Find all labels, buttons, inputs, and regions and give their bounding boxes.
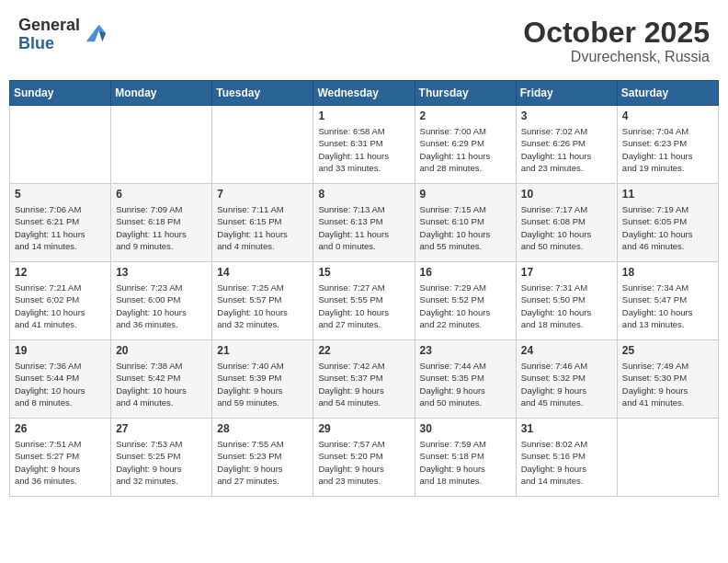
calendar-cell: 22Sunrise: 7:42 AMSunset: 5:37 PMDayligh… [313, 340, 415, 419]
day-number: 23 [420, 344, 511, 357]
day-info: Sunrise: 7:38 AMSunset: 5:42 PMDaylight:… [116, 360, 207, 408]
calendar-cell [111, 106, 212, 184]
day-number: 5 [15, 188, 106, 201]
calendar-cell: 17Sunrise: 7:31 AMSunset: 5:50 PMDayligh… [516, 262, 617, 340]
day-info: Sunrise: 7:40 AMSunset: 5:39 PMDaylight:… [217, 360, 308, 408]
calendar-cell: 4Sunrise: 7:04 AMSunset: 6:23 PMDaylight… [617, 106, 718, 184]
day-info: Sunrise: 7:57 AMSunset: 5:20 PMDaylight:… [318, 438, 409, 487]
day-number: 28 [217, 422, 308, 435]
day-number: 20 [116, 344, 207, 357]
day-info: Sunrise: 7:13 AMSunset: 6:13 PMDaylight:… [318, 203, 409, 252]
day-number: 27 [116, 422, 207, 435]
day-number: 8 [318, 188, 409, 201]
logo-blue-text: Blue [18, 35, 80, 53]
calendar-cell: 24Sunrise: 7:46 AMSunset: 5:32 PMDayligh… [516, 340, 617, 419]
calendar-cell: 5Sunrise: 7:06 AMSunset: 6:21 PMDaylight… [10, 184, 111, 262]
day-info: Sunrise: 7:55 AMSunset: 5:23 PMDaylight:… [217, 438, 308, 487]
day-number: 17 [521, 266, 612, 279]
weekday-header-sunday: Sunday [10, 81, 111, 106]
day-info: Sunrise: 7:29 AMSunset: 5:52 PMDaylight:… [420, 282, 511, 330]
day-number: 14 [217, 266, 308, 279]
day-number: 9 [420, 188, 511, 201]
day-number: 1 [318, 109, 409, 122]
weekday-header-saturday: Saturday [617, 81, 718, 106]
page-header: General Blue October 2025 Dvurechensk, R… [9, 9, 719, 73]
day-info: Sunrise: 7:00 AMSunset: 6:29 PMDaylight:… [420, 125, 511, 174]
calendar-row-0: 1Sunrise: 6:58 AMSunset: 6:31 PMDaylight… [10, 106, 719, 184]
calendar-cell [10, 106, 111, 184]
day-info: Sunrise: 7:51 AMSunset: 5:27 PMDaylight:… [15, 438, 106, 487]
calendar-cell: 8Sunrise: 7:13 AMSunset: 6:13 PMDaylight… [313, 184, 415, 262]
day-number: 25 [622, 344, 713, 357]
calendar-cell: 2Sunrise: 7:00 AMSunset: 6:29 PMDaylight… [415, 106, 516, 184]
calendar-cell [212, 106, 313, 184]
day-number: 6 [116, 188, 207, 201]
day-number: 11 [622, 188, 713, 201]
calendar-cell: 19Sunrise: 7:36 AMSunset: 5:44 PMDayligh… [10, 340, 111, 419]
calendar-cell: 7Sunrise: 7:11 AMSunset: 6:15 PMDaylight… [212, 184, 313, 262]
day-info: Sunrise: 7:27 AMSunset: 5:55 PMDaylight:… [318, 282, 409, 330]
calendar-cell: 26Sunrise: 7:51 AMSunset: 5:27 PMDayligh… [10, 419, 111, 497]
day-number: 26 [15, 422, 106, 435]
calendar-cell: 30Sunrise: 7:59 AMSunset: 5:18 PMDayligh… [415, 419, 516, 497]
day-number: 3 [521, 109, 612, 122]
day-number: 13 [116, 266, 207, 279]
calendar-cell: 11Sunrise: 7:19 AMSunset: 6:05 PMDayligh… [617, 184, 718, 262]
day-number: 21 [217, 344, 308, 357]
day-info: Sunrise: 7:04 AMSunset: 6:23 PMDaylight:… [622, 125, 713, 174]
calendar-cell: 3Sunrise: 7:02 AMSunset: 6:26 PMDaylight… [516, 106, 617, 184]
day-number: 22 [318, 344, 409, 357]
weekday-header-monday: Monday [111, 81, 212, 106]
day-info: Sunrise: 7:23 AMSunset: 6:00 PMDaylight:… [116, 282, 207, 330]
day-number: 19 [15, 344, 106, 357]
day-info: Sunrise: 7:42 AMSunset: 5:37 PMDaylight:… [318, 360, 409, 408]
day-info: Sunrise: 7:21 AMSunset: 6:02 PMDaylight:… [15, 282, 106, 330]
day-number: 7 [217, 188, 308, 201]
day-number: 24 [521, 344, 612, 357]
month-title: October 2025 [523, 17, 710, 49]
calendar-cell: 29Sunrise: 7:57 AMSunset: 5:20 PMDayligh… [313, 419, 415, 497]
weekday-header-row: SundayMondayTuesdayWednesdayThursdayFrid… [10, 81, 719, 106]
weekday-header-wednesday: Wednesday [313, 81, 415, 106]
day-info: Sunrise: 7:25 AMSunset: 5:57 PMDaylight:… [217, 282, 308, 330]
calendar-table: SundayMondayTuesdayWednesdayThursdayFrid… [9, 80, 719, 497]
day-number: 18 [622, 266, 713, 279]
calendar-cell: 9Sunrise: 7:15 AMSunset: 6:10 PMDaylight… [415, 184, 516, 262]
logo: General Blue [18, 17, 108, 53]
day-info: Sunrise: 6:58 AMSunset: 6:31 PMDaylight:… [318, 125, 409, 174]
calendar-cell: 25Sunrise: 7:49 AMSunset: 5:30 PMDayligh… [617, 340, 718, 419]
day-number: 31 [521, 422, 612, 435]
weekday-header-thursday: Thursday [415, 81, 516, 106]
calendar-cell: 18Sunrise: 7:34 AMSunset: 5:47 PMDayligh… [617, 262, 718, 340]
calendar-cell: 15Sunrise: 7:27 AMSunset: 5:55 PMDayligh… [313, 262, 415, 340]
day-info: Sunrise: 7:02 AMSunset: 6:26 PMDaylight:… [521, 125, 612, 174]
day-info: Sunrise: 7:09 AMSunset: 6:18 PMDaylight:… [116, 203, 207, 252]
day-info: Sunrise: 7:17 AMSunset: 6:08 PMDaylight:… [521, 203, 612, 252]
day-info: Sunrise: 8:02 AMSunset: 5:16 PMDaylight:… [521, 438, 612, 487]
day-number: 4 [622, 109, 713, 122]
calendar-cell: 13Sunrise: 7:23 AMSunset: 6:00 PMDayligh… [111, 262, 212, 340]
logo-icon [82, 20, 108, 46]
day-info: Sunrise: 7:15 AMSunset: 6:10 PMDaylight:… [420, 203, 511, 252]
day-info: Sunrise: 7:44 AMSunset: 5:35 PMDaylight:… [420, 360, 511, 408]
calendar-cell: 20Sunrise: 7:38 AMSunset: 5:42 PMDayligh… [111, 340, 212, 419]
calendar-row-4: 26Sunrise: 7:51 AMSunset: 5:27 PMDayligh… [10, 419, 719, 497]
day-number: 15 [318, 266, 409, 279]
day-info: Sunrise: 7:46 AMSunset: 5:32 PMDaylight:… [521, 360, 612, 408]
calendar-cell: 23Sunrise: 7:44 AMSunset: 5:35 PMDayligh… [415, 340, 516, 419]
day-info: Sunrise: 7:36 AMSunset: 5:44 PMDaylight:… [15, 360, 106, 408]
day-info: Sunrise: 7:53 AMSunset: 5:25 PMDaylight:… [116, 438, 207, 487]
day-number: 29 [318, 422, 409, 435]
calendar-row-2: 12Sunrise: 7:21 AMSunset: 6:02 PMDayligh… [10, 262, 719, 340]
calendar-cell: 1Sunrise: 6:58 AMSunset: 6:31 PMDaylight… [313, 106, 415, 184]
calendar-cell: 27Sunrise: 7:53 AMSunset: 5:25 PMDayligh… [111, 419, 212, 497]
calendar-cell: 28Sunrise: 7:55 AMSunset: 5:23 PMDayligh… [212, 419, 313, 497]
day-info: Sunrise: 7:34 AMSunset: 5:47 PMDaylight:… [622, 282, 713, 330]
calendar-cell [617, 419, 718, 497]
day-info: Sunrise: 7:59 AMSunset: 5:18 PMDaylight:… [420, 438, 511, 487]
calendar-cell: 31Sunrise: 8:02 AMSunset: 5:16 PMDayligh… [516, 419, 617, 497]
calendar-cell: 21Sunrise: 7:40 AMSunset: 5:39 PMDayligh… [212, 340, 313, 419]
location-text: Dvurechensk, Russia [523, 49, 710, 65]
day-info: Sunrise: 7:19 AMSunset: 6:05 PMDaylight:… [622, 203, 713, 252]
day-number: 10 [521, 188, 612, 201]
